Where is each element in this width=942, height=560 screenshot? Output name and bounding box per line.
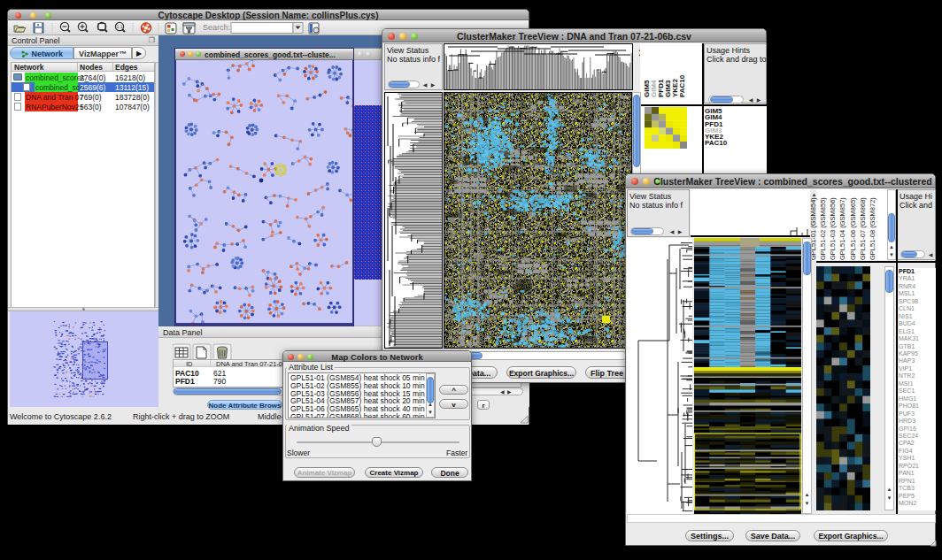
svg-text:1:1: 1:1 <box>117 24 123 29</box>
svg-text:Search:: Search: <box>203 23 230 32</box>
